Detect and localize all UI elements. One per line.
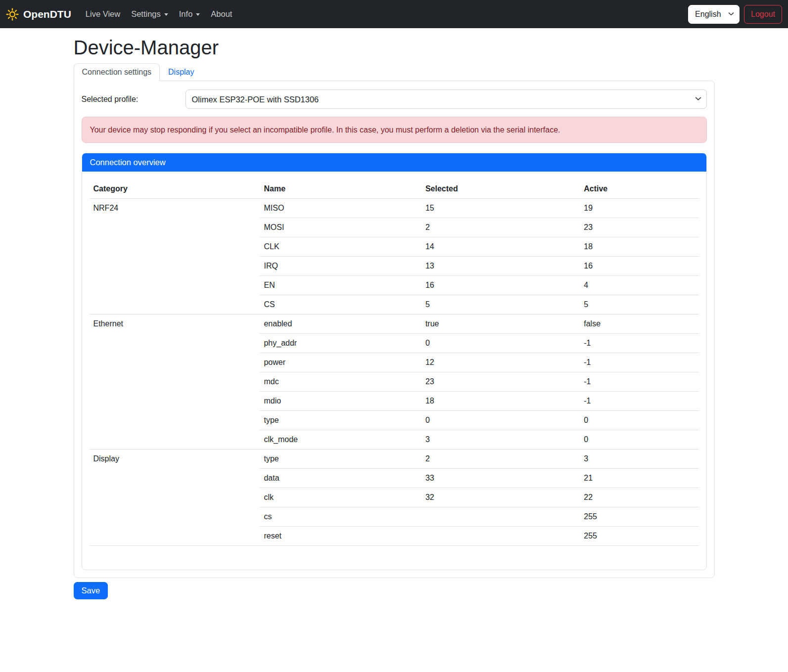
- tab-display[interactable]: Display: [160, 63, 202, 81]
- nav-item-live-view[interactable]: Live View: [80, 5, 126, 23]
- profile-row: Selected profile: Olimex ESP32-POE with …: [82, 90, 707, 109]
- name-cell: data: [260, 469, 421, 488]
- active-cell: 0: [580, 411, 698, 430]
- nav-menu: Live View Settings Info About: [80, 5, 688, 23]
- active-cell: 19: [580, 199, 698, 218]
- selected-cell: 14: [421, 237, 580, 257]
- category-cell: Ethernet: [90, 314, 260, 449]
- selected-cell: 15: [421, 199, 580, 218]
- active-cell: false: [580, 314, 698, 334]
- selected-cell: 12: [421, 353, 580, 372]
- brand-logo[interactable]: OpenDTU: [6, 8, 71, 21]
- active-cell: 16: [580, 257, 698, 276]
- language-select-wrap: English: [688, 5, 740, 24]
- name-cell: reset: [260, 527, 421, 546]
- name-cell: power: [260, 353, 421, 372]
- selected-cell: 16: [421, 276, 580, 295]
- active-cell: 23: [580, 218, 698, 237]
- name-cell: phy_addr: [260, 334, 421, 353]
- selected-cell: 2: [421, 449, 580, 469]
- chevron-down-icon: [196, 13, 200, 16]
- nav-item-label: About: [211, 9, 232, 19]
- tab-connection-settings[interactable]: Connection settings: [74, 63, 160, 81]
- save-button[interactable]: Save: [74, 582, 108, 599]
- name-cell: mdc: [260, 372, 421, 392]
- column-header: Category: [90, 179, 260, 199]
- active-cell: -1: [580, 334, 698, 353]
- active-cell: -1: [580, 372, 698, 392]
- name-cell: enabled: [260, 314, 421, 334]
- active-cell: -1: [580, 392, 698, 411]
- selected-cell: true: [421, 314, 580, 334]
- name-cell: clk_mode: [260, 430, 421, 449]
- name-cell: type: [260, 411, 421, 430]
- active-cell: 22: [580, 488, 698, 507]
- card-body: CategoryNameSelectedActive NRF24MISO1519…: [82, 172, 706, 570]
- active-cell: 3: [580, 449, 698, 469]
- brand-name: OpenDTU: [23, 8, 71, 20]
- navbar: OpenDTU Live View Settings Info About En…: [0, 0, 788, 28]
- category-group: Ethernetenabledtruefalsephy_addr0-1power…: [90, 314, 699, 449]
- table-row: NRF24MISO1519: [90, 199, 699, 218]
- nav-item-label: Live View: [86, 9, 120, 19]
- overview-table-head: CategoryNameSelectedActive: [90, 179, 699, 199]
- active-cell: 18: [580, 237, 698, 257]
- nav-item-settings[interactable]: Settings: [126, 5, 174, 23]
- selected-cell: 33: [421, 469, 580, 488]
- selected-cell: 2: [421, 218, 580, 237]
- selected-cell: [421, 507, 580, 527]
- active-cell: 5: [580, 295, 698, 314]
- selected-cell: 18: [421, 392, 580, 411]
- selected-cell: 3: [421, 430, 580, 449]
- column-header: Selected: [421, 179, 580, 199]
- selected-cell: [421, 527, 580, 546]
- name-cell: EN: [260, 276, 421, 295]
- table-row: Displaytype23: [90, 449, 699, 469]
- chevron-down-icon: [164, 13, 168, 16]
- active-cell: 4: [580, 276, 698, 295]
- profile-select-wrap: Olimex ESP32-POE with SSD1306: [185, 90, 707, 109]
- tab-bar: Connection settings Display: [74, 63, 715, 81]
- connection-overview-card: Connection overview CategoryNameSelected…: [82, 153, 707, 570]
- selected-cell: 0: [421, 411, 580, 430]
- name-cell: MISO: [260, 199, 421, 218]
- logout-button[interactable]: Logout: [744, 5, 782, 24]
- active-cell: 21: [580, 469, 698, 488]
- name-cell: CLK: [260, 237, 421, 257]
- tab-content: Selected profile: Olimex ESP32-POE with …: [74, 81, 715, 578]
- selected-cell: 5: [421, 295, 580, 314]
- column-header: Active: [580, 179, 698, 199]
- selected-cell: 0: [421, 334, 580, 353]
- nav-item-label: Info: [179, 9, 193, 19]
- name-cell: clk: [260, 488, 421, 507]
- nav-item-about[interactable]: About: [205, 5, 237, 23]
- profile-label: Selected profile:: [82, 95, 185, 104]
- name-cell: mdio: [260, 392, 421, 411]
- card-header: Connection overview: [82, 153, 706, 172]
- sun-icon: [6, 8, 19, 21]
- nav-item-info[interactable]: Info: [174, 5, 206, 23]
- name-cell: cs: [260, 507, 421, 527]
- selected-cell: 13: [421, 257, 580, 276]
- header-row: CategoryNameSelectedActive: [90, 179, 699, 199]
- main-content: Device-Manager Connection settings Displ…: [68, 37, 721, 659]
- category-cell: Display: [90, 449, 260, 546]
- language-select[interactable]: English: [688, 5, 740, 24]
- incompatible-profile-warning: Your device may stop responding if you s…: [82, 117, 707, 143]
- active-cell: 255: [580, 507, 698, 527]
- column-header: Name: [260, 179, 421, 199]
- navbar-right: English Logout: [688, 5, 782, 24]
- page-title: Device-Manager: [74, 37, 715, 59]
- name-cell: MOSI: [260, 218, 421, 237]
- name-cell: CS: [260, 295, 421, 314]
- category-group: Displaytype23data3321clk3222cs255reset25…: [90, 449, 699, 546]
- profile-select[interactable]: Olimex ESP32-POE with SSD1306: [185, 90, 707, 109]
- active-cell: 0: [580, 430, 698, 449]
- active-cell: 255: [580, 527, 698, 546]
- category-cell: NRF24: [90, 199, 260, 314]
- name-cell: IRQ: [260, 257, 421, 276]
- category-group: NRF24MISO1519MOSI223CLK1418IRQ1316EN164C…: [90, 199, 699, 314]
- selected-cell: 23: [421, 372, 580, 392]
- nav-item-label: Settings: [131, 9, 161, 19]
- selected-cell: 32: [421, 488, 580, 507]
